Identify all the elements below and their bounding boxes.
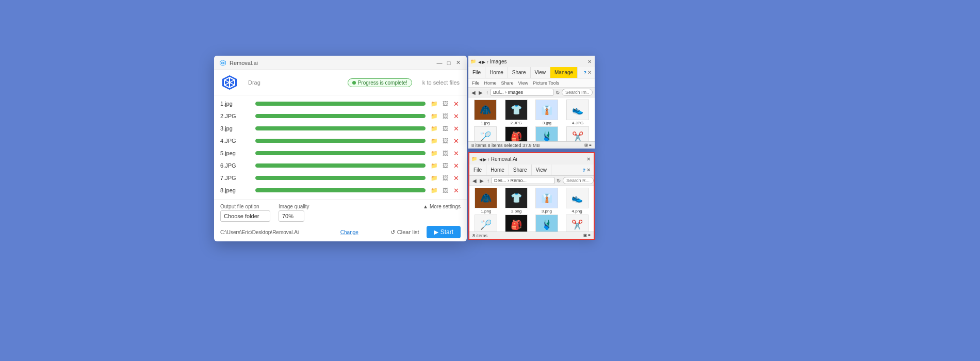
images-toolbar-file[interactable]: File <box>470 80 481 86</box>
file-image-btn[interactable]: 🖼 <box>440 111 450 121</box>
file-folder-btn[interactable]: 📁 <box>430 124 439 133</box>
images-search-input[interactable] <box>562 89 593 96</box>
file-delete-btn[interactable]: ✕ <box>451 186 461 195</box>
removal-back-btn[interactable]: ◀ <box>471 177 478 184</box>
thumbnail-item[interactable]: 🧥1.png <box>471 188 501 214</box>
removal-refresh-btn[interactable]: ↻ <box>556 177 562 184</box>
action-row: C:\Users\Eric\Desktop\Removal.Ai Change … <box>220 226 461 238</box>
progress-badge: Progress is complete! <box>348 78 412 87</box>
file-delete-btn[interactable]: ✕ <box>451 99 461 108</box>
file-image-btn[interactable]: 🖼 <box>440 136 450 145</box>
product-icon: 🏸 <box>480 219 492 231</box>
more-settings-button[interactable]: ▲ More settings <box>423 204 461 209</box>
images-close-button[interactable]: ✕ <box>586 58 593 64</box>
images-tab-view[interactable]: View <box>531 67 551 78</box>
thumbnail-item[interactable]: 🩱7.png <box>532 215 562 232</box>
product-icon: 👟 <box>571 192 583 204</box>
file-image-btn[interactable]: 🖼 <box>440 99 450 108</box>
removal-exp-titlebar: 📁 ◀ ▶ ↑ Removal.Ai ✕ <box>469 153 594 165</box>
images-tab-share[interactable]: Share <box>508 67 531 78</box>
file-image-btn[interactable]: 🖼 <box>440 173 450 183</box>
product-icon: 🎒 <box>511 219 522 231</box>
file-delete-btn[interactable]: ✕ <box>451 124 461 133</box>
images-toolbar-picturetools[interactable]: Picture Tools <box>531 80 561 86</box>
file-name: 5.jpeg <box>220 150 251 156</box>
images-toolbar-share[interactable]: Share <box>500 80 515 86</box>
removal-tab-share[interactable]: Share <box>509 165 532 175</box>
list-view-btn[interactable]: ≡ <box>589 143 592 147</box>
file-folder-btn[interactable]: 📁 <box>430 136 439 145</box>
thumb-label: 4.JPG <box>572 121 583 125</box>
thumbnail-item[interactable]: 🏸5.jpeg <box>470 126 500 141</box>
removal-grid-view-btn[interactable]: ⊞ <box>583 233 587 238</box>
maximize-button[interactable]: □ <box>445 59 452 67</box>
removal-forward-btn[interactable]: ▶ <box>479 177 485 184</box>
refresh-icon: ↺ <box>390 229 395 236</box>
thumbnail-item[interactable]: 👟4.png <box>562 188 592 214</box>
minimize-button[interactable]: — <box>436 59 443 67</box>
images-ribbon-close[interactable]: ✕ <box>586 70 593 76</box>
removal-search-input[interactable] <box>563 177 594 184</box>
removal-list-view-btn[interactable]: ≡ <box>588 233 591 238</box>
clear-list-button[interactable]: ↺ Clear list <box>387 227 422 238</box>
thumbnail-item[interactable]: 👕2.JPG <box>501 100 531 125</box>
removal-ribbon-close[interactable]: ✕ <box>585 167 592 173</box>
file-folder-btn[interactable]: 📁 <box>430 99 439 108</box>
file-folder-btn[interactable]: 📁 <box>430 173 439 183</box>
thumbnail-item[interactable]: 🏸5.png <box>471 215 501 232</box>
file-delete-btn[interactable]: ✕ <box>451 111 461 121</box>
close-button[interactable]: ✕ <box>454 59 462 67</box>
file-image-btn[interactable]: 🖼 <box>440 124 450 133</box>
thumbnail-item[interactable]: 🧥1.jpg <box>470 100 500 125</box>
images-toolbar-view[interactable]: View <box>517 80 530 86</box>
thumbnail-item[interactable]: 🎒6.JPG <box>501 126 531 141</box>
file-image-btn[interactable]: 🖼 <box>440 161 450 170</box>
change-link[interactable]: Change <box>340 229 358 235</box>
images-tab-manage[interactable]: Manage <box>550 67 578 78</box>
thumbnail-item[interactable]: 👕2.png <box>502 188 531 214</box>
thumbnail-item[interactable]: ✂️8.jpeg <box>563 126 593 141</box>
thumbnail-item[interactable]: 👟4.JPG <box>563 100 593 125</box>
file-delete-btn[interactable]: ✕ <box>451 173 461 183</box>
images-tab-home[interactable]: Home <box>485 67 508 78</box>
thumbnail-item[interactable]: ✂️8.png <box>562 215 592 232</box>
file-image-btn[interactable]: 🖼 <box>440 149 450 158</box>
file-row: 3.jpg 📁 🖼 ✕ <box>214 122 467 135</box>
images-up-btn[interactable]: ↑ <box>485 89 489 96</box>
thumbnail-item[interactable]: 🩱7.JPG <box>532 126 562 141</box>
removal-address-bar[interactable] <box>492 177 554 184</box>
file-folder-btn[interactable]: 📁 <box>430 111 439 121</box>
start-button[interactable]: ▶ Start <box>427 226 461 238</box>
file-folder-btn[interactable]: 📁 <box>430 161 439 170</box>
images-forward-btn[interactable]: ▶ <box>478 89 484 96</box>
images-tab-file[interactable]: File <box>468 67 485 78</box>
images-refresh-btn[interactable]: ↻ <box>554 89 561 96</box>
thumb-label: 1.png <box>481 209 491 214</box>
output-select[interactable]: Choose folder <box>220 210 270 222</box>
removal-tab-home[interactable]: Home <box>486 165 509 175</box>
file-delete-btn[interactable]: ✕ <box>451 136 461 145</box>
file-actions: 📁 🖼 ✕ <box>430 124 461 133</box>
file-delete-btn[interactable]: ✕ <box>451 149 461 158</box>
grid-view-btn[interactable]: ⊞ <box>584 143 588 147</box>
images-address-bar[interactable] <box>491 89 553 96</box>
thumbnail-item[interactable]: 👔3.jpg <box>532 100 562 125</box>
file-folder-btn[interactable]: 📁 <box>430 186 439 195</box>
removal-tab-view[interactable]: View <box>532 165 552 175</box>
green-dot <box>352 81 356 85</box>
images-back-btn[interactable]: ◀ <box>470 89 477 96</box>
file-actions: 📁 🖼 ✕ <box>430 99 461 108</box>
removal-up-btn[interactable]: ↑ <box>486 177 491 184</box>
file-image-btn[interactable]: 🖼 <box>440 186 450 195</box>
images-status-text: 8 items 8 items selected 37.9 MB <box>471 143 540 148</box>
thumbnail-item[interactable]: 🎒6.png <box>502 215 531 232</box>
file-folder-btn[interactable]: 📁 <box>430 149 439 158</box>
quality-select[interactable]: 70% <box>279 210 304 222</box>
removal-titlebar: Removal.ai — □ ✕ <box>214 56 467 70</box>
thumbnail-item[interactable]: 👔3.png <box>532 188 562 214</box>
removal-exp-close-button[interactable]: ✕ <box>585 156 592 162</box>
images-toolbar-home[interactable]: Home <box>483 80 498 86</box>
removal-tab-file[interactable]: File <box>469 165 486 175</box>
progress-bar-wrap <box>255 176 426 180</box>
file-delete-btn[interactable]: ✕ <box>451 161 461 170</box>
